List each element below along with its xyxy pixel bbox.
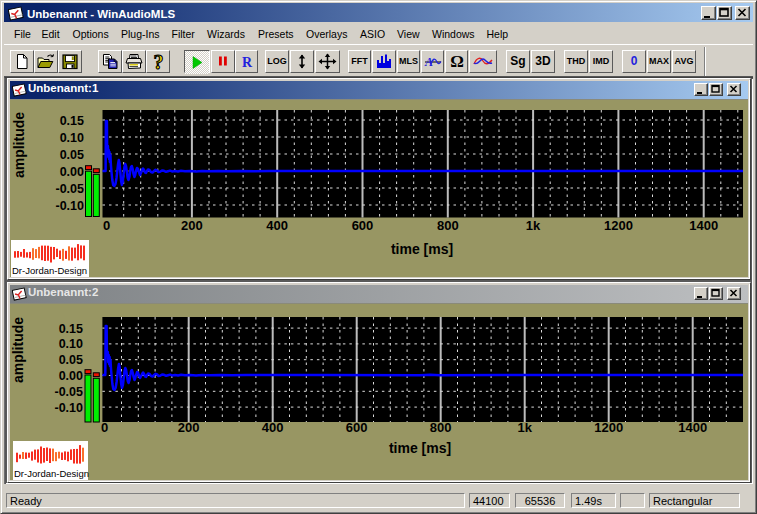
svg-text:Dr-Jordan-Design: Dr-Jordan-Design: [12, 265, 87, 276]
svg-text:-0.10: -0.10: [56, 199, 85, 213]
svg-text:0.10: 0.10: [60, 131, 84, 145]
svg-text:-0.05: -0.05: [56, 182, 85, 196]
svg-text:0.05: 0.05: [60, 148, 84, 162]
svg-text:0.15: 0.15: [60, 114, 84, 128]
svg-text:800: 800: [430, 420, 452, 435]
svg-text:600: 600: [352, 218, 374, 233]
svg-text:0.10: 0.10: [59, 337, 83, 351]
svg-text:1200: 1200: [604, 218, 633, 233]
svg-text:800: 800: [437, 218, 459, 233]
svg-text:amplitude: amplitude: [10, 317, 26, 383]
svg-text:time [ms]: time [ms]: [389, 440, 451, 456]
svg-text:1400: 1400: [689, 218, 718, 233]
svg-text:200: 200: [178, 420, 200, 435]
svg-text:Dr-Jordan-Design: Dr-Jordan-Design: [14, 468, 89, 479]
svg-text:400: 400: [266, 218, 288, 233]
svg-text:time [ms]: time [ms]: [391, 241, 453, 257]
svg-text:R: R: [242, 55, 253, 70]
svg-text:-0.05: -0.05: [55, 385, 84, 399]
svg-text:Ω: Ω: [450, 52, 464, 71]
svg-text:0.00: 0.00: [60, 165, 84, 179]
svg-text:200: 200: [181, 218, 203, 233]
svg-text:1k: 1k: [517, 420, 532, 435]
svg-text:?: ?: [154, 51, 164, 72]
svg-text:1200: 1200: [594, 420, 623, 435]
svg-text:1400: 1400: [678, 420, 707, 435]
svg-text:0: 0: [101, 420, 108, 435]
svg-text:1k: 1k: [526, 218, 541, 233]
svg-text:0: 0: [103, 218, 110, 233]
svg-text:-0.10: -0.10: [55, 401, 84, 415]
svg-text:amplitude: amplitude: [11, 112, 27, 178]
svg-text:0.00: 0.00: [59, 369, 83, 383]
svg-text:400: 400: [262, 420, 284, 435]
svg-text:0.05: 0.05: [59, 353, 83, 367]
svg-text:0.15: 0.15: [59, 322, 83, 336]
svg-text:600: 600: [346, 420, 368, 435]
